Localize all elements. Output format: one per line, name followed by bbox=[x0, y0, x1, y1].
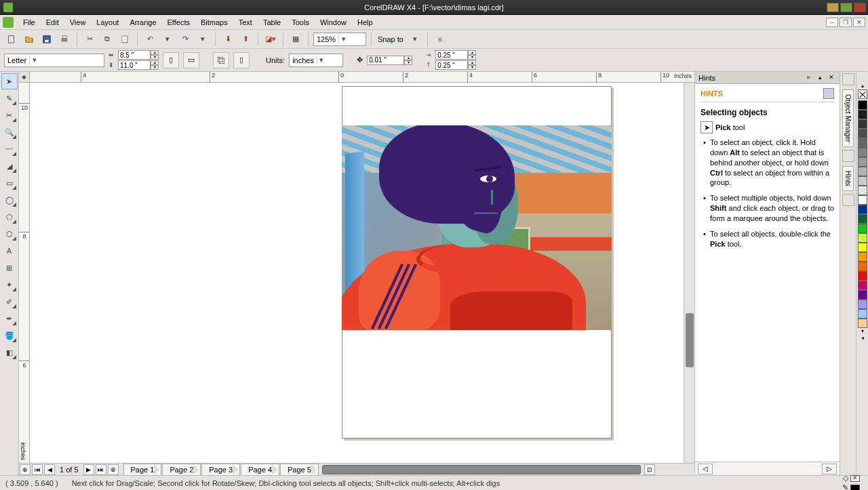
ruler-origin[interactable]: ✥ bbox=[19, 72, 30, 83]
eyedropper-tool[interactable]: ✐ bbox=[1, 293, 18, 310]
docker-tab-object-manager[interactable]: Object Manager bbox=[842, 89, 854, 147]
color-swatch[interactable] bbox=[858, 119, 867, 129]
color-swatch[interactable] bbox=[858, 300, 867, 309]
menu-window[interactable]: Window bbox=[315, 16, 352, 28]
page-tab[interactable]: Page 4 bbox=[241, 464, 279, 475]
color-swatch[interactable] bbox=[858, 157, 867, 167]
page-height-input[interactable] bbox=[118, 60, 151, 70]
menu-edit[interactable]: Edit bbox=[41, 16, 64, 28]
pick-tool[interactable]: ➤ bbox=[1, 73, 18, 89]
color-swatch[interactable] bbox=[858, 195, 867, 205]
new-button[interactable] bbox=[4, 32, 19, 47]
prev-page-button[interactable]: ◀ bbox=[44, 464, 55, 475]
corel-doc-icon[interactable] bbox=[3, 17, 14, 28]
ruler-horizontal[interactable]: ✥ 86420246810 inches bbox=[19, 72, 694, 83]
color-swatch[interactable] bbox=[858, 271, 867, 281]
add-page-button[interactable]: ⊕ bbox=[20, 464, 31, 475]
down-icon[interactable]: ▾ bbox=[151, 55, 159, 60]
next-page-button[interactable]: ▶ bbox=[83, 464, 94, 475]
paper-combo[interactable]: Letter▾ bbox=[4, 54, 104, 67]
color-swatch[interactable] bbox=[858, 176, 867, 186]
interactive-tool[interactable]: ✦ bbox=[1, 277, 18, 293]
color-swatch[interactable] bbox=[858, 252, 867, 262]
fill-swatch[interactable] bbox=[850, 475, 860, 482]
mdi-minimize[interactable]: – bbox=[826, 18, 838, 27]
docker-btn-1[interactable] bbox=[842, 73, 854, 85]
color-swatch[interactable] bbox=[858, 205, 867, 214]
page-tab[interactable]: Page 2 bbox=[162, 464, 201, 475]
color-swatch[interactable] bbox=[858, 186, 867, 195]
docker-menu-icon[interactable]: » bbox=[804, 74, 813, 82]
crop-tool[interactable]: ✂ bbox=[1, 107, 18, 123]
palette-expand-icon[interactable]: ◂ bbox=[861, 335, 864, 342]
dup-y-input[interactable] bbox=[435, 60, 468, 70]
artwork-bitmap[interactable] bbox=[342, 125, 612, 330]
palette-down-icon[interactable]: ▾ bbox=[861, 328, 864, 335]
page-tab[interactable]: Page 5 bbox=[280, 464, 319, 475]
menu-table[interactable]: Table bbox=[258, 16, 286, 28]
docker-close-icon[interactable]: ✕ bbox=[827, 74, 836, 82]
menu-layout[interactable]: Layout bbox=[91, 16, 124, 28]
open-button[interactable] bbox=[22, 32, 37, 47]
smart-fill-tool[interactable]: ◢ bbox=[1, 158, 18, 174]
color-swatch[interactable] bbox=[858, 243, 867, 252]
polygon-tool[interactable]: ⬠ bbox=[1, 209, 18, 225]
close-button[interactable] bbox=[854, 3, 866, 12]
copy-button[interactable]: ⧉ bbox=[100, 32, 115, 47]
docker-btn-3[interactable] bbox=[842, 194, 854, 206]
freehand-tool[interactable]: 〰 bbox=[1, 141, 18, 157]
scrollbar-horizontal[interactable] bbox=[322, 465, 641, 474]
shape-tool[interactable]: ✎ bbox=[1, 90, 18, 106]
ruler-vertical[interactable]: 1086 inches bbox=[19, 83, 30, 463]
color-swatch[interactable] bbox=[858, 167, 867, 176]
export-button[interactable]: ⬆ bbox=[238, 32, 253, 47]
menu-bitmaps[interactable]: Bitmaps bbox=[195, 16, 233, 28]
menu-help[interactable]: Help bbox=[352, 16, 378, 28]
save-button[interactable] bbox=[39, 32, 54, 47]
page-tab[interactable]: Page 3 bbox=[201, 464, 240, 475]
last-page-button[interactable]: ⏭ bbox=[96, 464, 106, 475]
interactive-fill-tool[interactable]: ◧ bbox=[1, 344, 18, 361]
color-swatch[interactable] bbox=[858, 100, 867, 110]
scroll-thumb[interactable] bbox=[686, 313, 694, 367]
color-swatch[interactable] bbox=[858, 233, 867, 243]
palette-up-icon[interactable]: ▴ bbox=[861, 83, 864, 89]
undo-button[interactable]: ↶ bbox=[142, 32, 157, 47]
hints-header[interactable]: Hints »▴✕ bbox=[695, 72, 840, 84]
ellipse-tool[interactable]: ◯ bbox=[1, 192, 18, 208]
no-color-swatch[interactable] bbox=[858, 89, 867, 99]
table-tool[interactable]: ⊞ bbox=[1, 260, 18, 276]
units-combo[interactable]: inches▾ bbox=[289, 54, 343, 67]
mdi-close[interactable]: ✕ bbox=[853, 18, 865, 27]
fill-tool[interactable]: 🪣 bbox=[1, 327, 18, 344]
zoom-combo[interactable]: 125%▾ bbox=[313, 33, 366, 46]
color-swatch[interactable] bbox=[858, 214, 867, 224]
cut-button[interactable]: ✂ bbox=[82, 32, 97, 47]
color-swatch[interactable] bbox=[858, 224, 867, 233]
zoom-tool[interactable]: 🔍 bbox=[1, 124, 18, 140]
undo-dd[interactable]: ▾ bbox=[160, 32, 175, 47]
color-swatch[interactable] bbox=[858, 148, 867, 157]
navigator-button[interactable]: ⊡ bbox=[644, 464, 655, 475]
scrollbar-vertical[interactable] bbox=[684, 83, 694, 463]
maximize-button[interactable] bbox=[840, 3, 852, 12]
all-pages-button[interactable]: ⿻ bbox=[213, 52, 229, 68]
menu-arrange[interactable]: Arrange bbox=[124, 16, 161, 28]
redo-button[interactable]: ↷ bbox=[178, 32, 193, 47]
rectangle-tool[interactable]: ▭ bbox=[1, 175, 18, 191]
import-button[interactable]: ⬇ bbox=[220, 32, 235, 47]
paste-button[interactable]: 📋 bbox=[117, 32, 132, 47]
app-launcher[interactable]: ◪▾ bbox=[263, 32, 278, 47]
dup-x-input[interactable] bbox=[435, 50, 468, 60]
basic-shapes-tool[interactable]: ⬡ bbox=[1, 226, 18, 242]
color-swatch[interactable] bbox=[858, 138, 867, 148]
add-page-after-button[interactable]: ⊕ bbox=[108, 464, 119, 475]
minimize-button[interactable] bbox=[827, 3, 839, 12]
up-icon[interactable]: ▴ bbox=[151, 50, 159, 55]
color-swatch[interactable] bbox=[858, 281, 867, 290]
outline-swatch[interactable] bbox=[850, 485, 860, 491]
redo-dd[interactable]: ▾ bbox=[195, 32, 210, 47]
color-swatch[interactable] bbox=[858, 319, 867, 328]
color-swatch[interactable] bbox=[858, 262, 867, 271]
outline-tool[interactable]: ✒ bbox=[1, 310, 18, 327]
